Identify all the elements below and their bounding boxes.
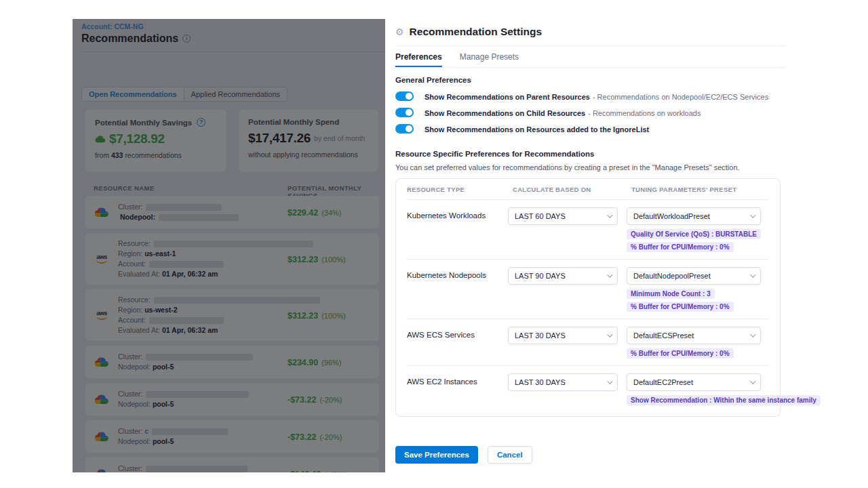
recommendations-page: Account: CCM-NG Recommendations i Open R… [73, 19, 385, 472]
preference-row-kubernetes-nodepools: Kubernetes Nodepools LAST 90 DAYS Defaul… [407, 260, 769, 319]
preset-badge: Minimum Node Count : 3 [627, 289, 715, 299]
preset-badge: Quality Of Service (QoS) : BURSTABLE [627, 229, 761, 239]
resource-preferences-heading: Resource Specific Preferences for Recomm… [395, 150, 785, 158]
toggle-ignorelist-switch[interactable] [395, 124, 414, 134]
column-tuning-preset: TUNING PARAMETERS' PRESET [627, 186, 769, 193]
chevron-down-icon [607, 378, 612, 384]
preference-row-kubernetes-workloads: Kubernetes Workloads LAST 60 DAYS Defaul… [407, 200, 769, 260]
toggle-description: - Recommendations on Nodepool/EC2/ECS Se… [593, 93, 768, 101]
resource-preferences-table: RESOURCE TYPE CALCULATE BASED ON TUNING … [395, 178, 781, 417]
toggle-row-child-resources: Show Recommendations on Child Resources-… [395, 107, 785, 117]
modal-backdrop[interactable] [73, 19, 385, 472]
calculate-based-on-select[interactable]: LAST 30 DAYS [508, 373, 618, 391]
preset-badge: % Buffer for CPU/Memory : 0% [627, 302, 734, 312]
toggle-row-parent-resources: Show Recommendations on Parent Resources… [395, 91, 785, 101]
recommendation-settings-drawer: ⚙ Recommendation Settings Preferences Ma… [395, 24, 785, 488]
calculate-based-on-select[interactable]: LAST 30 DAYS [508, 327, 618, 344]
chevron-down-icon [750, 378, 755, 384]
toggle-label: Show Recommendations on Resources added … [425, 125, 649, 134]
resource-type-label: Kubernetes Nodepools [407, 267, 508, 279]
tuning-preset-select[interactable]: DefaultEC2Preset [627, 373, 761, 391]
toggle-parent-resources-switch[interactable] [395, 92, 414, 101]
chevron-down-icon [750, 331, 755, 337]
resource-type-label: AWS EC2 Instances [407, 373, 508, 386]
column-calculate-based-on: CALCULATE BASED ON [508, 186, 627, 193]
toggle-label: Show Recommendations on Child Resources [425, 109, 585, 117]
preset-badge: % Buffer for CPU/Memory : 0% [627, 242, 734, 252]
settings-title: Recommendation Settings [410, 26, 542, 38]
column-resource-type: RESOURCE TYPE [407, 186, 508, 193]
toggle-label: Show Recommendations on Parent Resources [425, 93, 590, 101]
resource-type-label: Kubernetes Workloads [407, 207, 508, 220]
preset-badge: Show Recommendation : Within the same in… [627, 395, 821, 405]
resource-preferences-description: You can set preferred values for recomme… [395, 163, 785, 171]
save-preferences-button[interactable]: Save Preferences [395, 446, 478, 464]
chevron-down-icon [750, 212, 755, 218]
toggle-row-ignorelist: Show Recommendations on Resources added … [395, 123, 785, 134]
tab-manage-presets[interactable]: Manage Presets [460, 52, 519, 67]
resource-type-label: AWS ECS Services [407, 327, 508, 339]
tuning-preset-select[interactable]: DefaultECSPreset [627, 327, 761, 344]
calculate-based-on-select[interactable]: LAST 90 DAYS [508, 267, 618, 285]
preference-row-aws-ec2-instances: AWS EC2 Instances LAST 30 DAYS DefaultEC… [407, 366, 769, 416]
chevron-down-icon [607, 331, 612, 337]
chevron-down-icon [750, 272, 755, 277]
toggle-child-resources-switch[interactable] [395, 108, 414, 117]
chevron-down-icon [607, 272, 612, 277]
general-preferences-heading: General Preferences [395, 76, 785, 84]
cancel-button[interactable]: Cancel [488, 446, 532, 464]
chevron-down-icon [607, 212, 612, 218]
tuning-preset-select[interactable]: DefaultWorkloadPreset [627, 207, 761, 225]
tuning-preset-select[interactable]: DefaultNodepoolPreset [627, 267, 761, 285]
settings-tabs: Preferences Manage Presets [395, 46, 785, 68]
tab-preferences[interactable]: Preferences [395, 52, 442, 67]
preset-badge: % Buffer for CPU/Memory : 0% [627, 348, 734, 359]
preference-row-aws-ecs-services: AWS ECS Services LAST 30 DAYS DefaultECS… [407, 319, 769, 366]
gear-icon: ⚙ [395, 27, 404, 37]
calculate-based-on-select[interactable]: LAST 60 DAYS [508, 207, 618, 225]
toggle-description: - Recommendations on workloads [588, 109, 701, 117]
